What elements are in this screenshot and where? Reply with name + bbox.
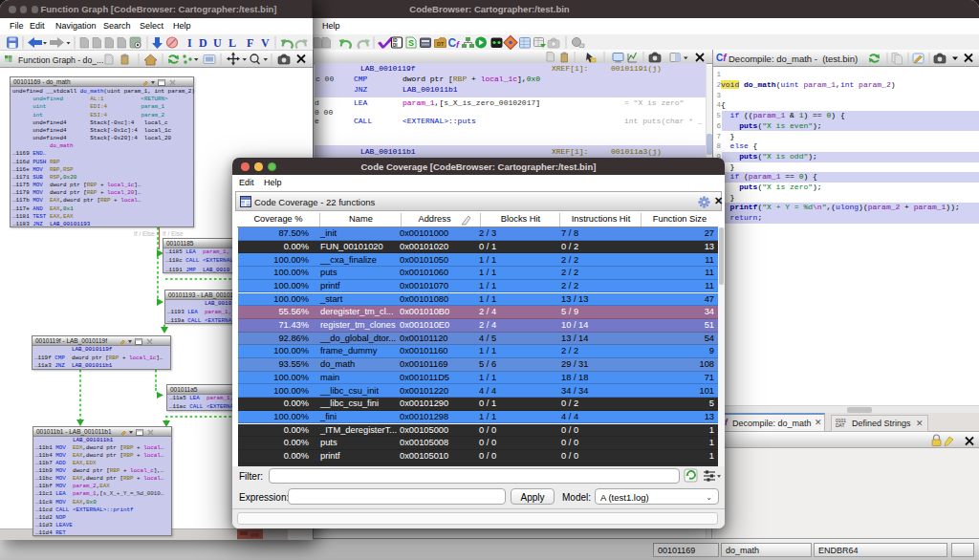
svg-text:F: F bbox=[247, 36, 253, 50]
svg-text:L: L bbox=[228, 36, 236, 50]
svg-text:If / Else: If / Else bbox=[163, 230, 184, 237]
svg-text:DT: DT bbox=[437, 41, 445, 47]
svg-text:If / Else: If / Else bbox=[134, 230, 155, 237]
svg-text:D: D bbox=[199, 36, 207, 50]
svg-text:V: V bbox=[261, 36, 270, 50]
svg-text:S: S bbox=[408, 38, 414, 48]
svg-text:DI: DI bbox=[393, 43, 398, 48]
svg-text:U: U bbox=[213, 36, 222, 50]
svg-text:I: I bbox=[187, 36, 192, 50]
svg-text:f: f bbox=[456, 40, 460, 50]
